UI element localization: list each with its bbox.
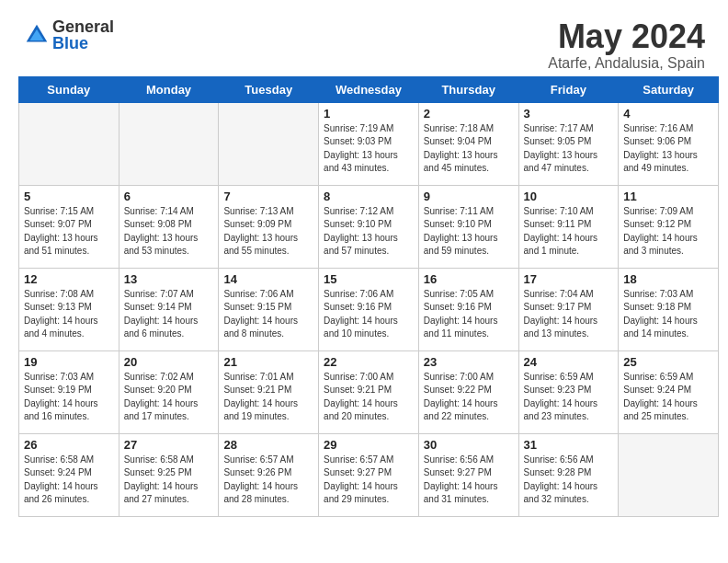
calendar-cell: 10Sunrise: 7:10 AM Sunset: 9:11 PM Dayli… xyxy=(518,185,619,268)
day-number: 28 xyxy=(223,438,313,452)
calendar-cell: 12Sunrise: 7:08 AM Sunset: 9:13 PM Dayli… xyxy=(19,268,119,350)
day-number: 19 xyxy=(24,355,114,369)
week-row-4: 19Sunrise: 7:03 AM Sunset: 9:19 PM Dayli… xyxy=(19,350,719,433)
column-header-wednesday: Wednesday xyxy=(319,76,419,102)
week-row-1: 1Sunrise: 7:19 AM Sunset: 9:03 PM Daylig… xyxy=(19,102,719,185)
day-number: 24 xyxy=(524,355,614,369)
day-number: 3 xyxy=(524,107,614,121)
day-info: Sunrise: 7:09 AM Sunset: 9:12 PM Dayligh… xyxy=(623,205,713,259)
day-number: 23 xyxy=(424,355,514,369)
calendar-cell: 20Sunrise: 7:02 AM Sunset: 9:20 PM Dayli… xyxy=(119,350,219,433)
calendar-cell: 29Sunrise: 6:57 AM Sunset: 9:27 PM Dayli… xyxy=(319,433,419,516)
day-number: 13 xyxy=(124,272,214,286)
day-number: 4 xyxy=(623,107,713,121)
title-section: May 2024 Atarfe, Andalusia, Spain xyxy=(548,18,705,72)
day-number: 14 xyxy=(223,272,313,286)
calendar-cell: 9Sunrise: 7:11 AM Sunset: 9:10 PM Daylig… xyxy=(418,185,518,268)
day-number: 22 xyxy=(324,355,414,369)
calendar-cell: 28Sunrise: 6:57 AM Sunset: 9:26 PM Dayli… xyxy=(219,433,319,516)
day-info: Sunrise: 7:06 AM Sunset: 9:15 PM Dayligh… xyxy=(223,288,313,341)
day-number: 15 xyxy=(324,272,414,286)
day-number: 31 xyxy=(524,438,614,452)
day-info: Sunrise: 7:17 AM Sunset: 9:05 PM Dayligh… xyxy=(524,122,614,176)
day-number: 16 xyxy=(424,272,514,286)
day-info: Sunrise: 7:12 AM Sunset: 9:10 PM Dayligh… xyxy=(324,205,414,259)
logo-icon xyxy=(23,21,51,49)
day-number: 29 xyxy=(324,438,414,452)
day-info: Sunrise: 7:06 AM Sunset: 9:16 PM Dayligh… xyxy=(324,288,414,341)
day-info: Sunrise: 7:03 AM Sunset: 9:18 PM Dayligh… xyxy=(623,288,713,341)
day-info: Sunrise: 6:56 AM Sunset: 9:28 PM Dayligh… xyxy=(524,454,614,507)
day-number: 17 xyxy=(524,272,614,286)
calendar-cell: 13Sunrise: 7:07 AM Sunset: 9:14 PM Dayli… xyxy=(119,268,219,350)
day-info: Sunrise: 7:00 AM Sunset: 9:22 PM Dayligh… xyxy=(424,371,514,424)
week-row-5: 26Sunrise: 6:58 AM Sunset: 9:24 PM Dayli… xyxy=(19,433,719,516)
column-header-sunday: Sunday xyxy=(19,76,119,102)
calendar-cell: 22Sunrise: 7:00 AM Sunset: 9:21 PM Dayli… xyxy=(319,350,419,433)
day-info: Sunrise: 7:11 AM Sunset: 9:10 PM Dayligh… xyxy=(424,205,514,259)
calendar-cell: 30Sunrise: 6:56 AM Sunset: 9:27 PM Dayli… xyxy=(418,433,518,516)
day-info: Sunrise: 7:13 AM Sunset: 9:09 PM Dayligh… xyxy=(223,205,313,259)
day-info: Sunrise: 6:57 AM Sunset: 9:27 PM Dayligh… xyxy=(324,454,414,507)
logo-general-text: General xyxy=(52,18,114,35)
day-number: 26 xyxy=(24,438,114,452)
calendar-cell: 17Sunrise: 7:04 AM Sunset: 9:17 PM Dayli… xyxy=(518,268,619,350)
day-number: 11 xyxy=(623,190,713,203)
calendar-wrapper: SundayMondayTuesdayWednesdayThursdayFrid… xyxy=(9,76,719,517)
calendar-cell: 25Sunrise: 6:59 AM Sunset: 9:24 PM Dayli… xyxy=(619,350,719,433)
calendar-cell xyxy=(119,102,219,185)
week-row-2: 5Sunrise: 7:15 AM Sunset: 9:07 PM Daylig… xyxy=(19,185,719,268)
day-info: Sunrise: 6:59 AM Sunset: 9:24 PM Dayligh… xyxy=(623,371,713,424)
day-info: Sunrise: 6:58 AM Sunset: 9:25 PM Dayligh… xyxy=(124,454,214,507)
calendar-cell: 19Sunrise: 7:03 AM Sunset: 9:19 PM Dayli… xyxy=(19,350,119,433)
calendar-cell: 5Sunrise: 7:15 AM Sunset: 9:07 PM Daylig… xyxy=(19,185,119,268)
day-info: Sunrise: 7:03 AM Sunset: 9:19 PM Dayligh… xyxy=(24,371,114,424)
calendar-cell: 2Sunrise: 7:18 AM Sunset: 9:04 PM Daylig… xyxy=(418,102,518,185)
day-number: 25 xyxy=(623,355,713,369)
calendar-cell: 3Sunrise: 7:17 AM Sunset: 9:05 PM Daylig… xyxy=(518,102,619,185)
day-info: Sunrise: 6:59 AM Sunset: 9:23 PM Dayligh… xyxy=(524,371,614,424)
calendar-cell: 4Sunrise: 7:16 AM Sunset: 9:06 PM Daylig… xyxy=(619,102,719,185)
header-row: SundayMondayTuesdayWednesdayThursdayFrid… xyxy=(19,76,719,102)
logo: General Blue xyxy=(23,18,114,52)
calendar-cell: 27Sunrise: 6:58 AM Sunset: 9:25 PM Dayli… xyxy=(119,433,219,516)
day-number: 18 xyxy=(623,272,713,286)
calendar-cell: 26Sunrise: 6:58 AM Sunset: 9:24 PM Dayli… xyxy=(19,433,119,516)
calendar-cell: 6Sunrise: 7:14 AM Sunset: 9:08 PM Daylig… xyxy=(119,185,219,268)
calendar-cell: 23Sunrise: 7:00 AM Sunset: 9:22 PM Dayli… xyxy=(418,350,518,433)
day-info: Sunrise: 6:57 AM Sunset: 9:26 PM Dayligh… xyxy=(223,454,313,507)
logo-blue-text: Blue xyxy=(52,35,114,52)
calendar-cell: 21Sunrise: 7:01 AM Sunset: 9:21 PM Dayli… xyxy=(219,350,319,433)
calendar-cell xyxy=(19,102,119,185)
day-number: 9 xyxy=(424,190,514,203)
day-number: 8 xyxy=(324,190,414,203)
calendar-table: SundayMondayTuesdayWednesdayThursdayFrid… xyxy=(18,76,719,517)
column-header-friday: Friday xyxy=(518,76,619,102)
day-info: Sunrise: 7:15 AM Sunset: 9:07 PM Dayligh… xyxy=(24,205,114,259)
day-info: Sunrise: 7:00 AM Sunset: 9:21 PM Dayligh… xyxy=(324,371,414,424)
day-info: Sunrise: 7:10 AM Sunset: 9:11 PM Dayligh… xyxy=(524,205,614,259)
day-number: 2 xyxy=(424,107,514,121)
location-title: Atarfe, Andalusia, Spain xyxy=(548,55,705,72)
day-info: Sunrise: 7:04 AM Sunset: 9:17 PM Dayligh… xyxy=(524,288,614,341)
day-number: 27 xyxy=(124,438,214,452)
day-number: 1 xyxy=(324,107,414,121)
page-header: General Blue May 2024 Atarfe, Andalusia,… xyxy=(9,9,719,76)
day-number: 6 xyxy=(124,190,214,203)
day-number: 21 xyxy=(223,355,313,369)
day-info: Sunrise: 7:05 AM Sunset: 9:16 PM Dayligh… xyxy=(424,288,514,341)
column-header-saturday: Saturday xyxy=(619,76,719,102)
day-info: Sunrise: 7:16 AM Sunset: 9:06 PM Dayligh… xyxy=(623,122,713,176)
day-number: 10 xyxy=(524,190,614,203)
week-row-3: 12Sunrise: 7:08 AM Sunset: 9:13 PM Dayli… xyxy=(19,268,719,350)
calendar-cell: 1Sunrise: 7:19 AM Sunset: 9:03 PM Daylig… xyxy=(319,102,419,185)
day-info: Sunrise: 7:14 AM Sunset: 9:08 PM Dayligh… xyxy=(124,205,214,259)
calendar-cell xyxy=(619,433,719,516)
calendar-cell: 16Sunrise: 7:05 AM Sunset: 9:16 PM Dayli… xyxy=(418,268,518,350)
logo-text: General Blue xyxy=(52,18,114,52)
day-info: Sunrise: 6:56 AM Sunset: 9:27 PM Dayligh… xyxy=(424,454,514,507)
day-number: 5 xyxy=(24,190,114,203)
day-info: Sunrise: 7:02 AM Sunset: 9:20 PM Dayligh… xyxy=(124,371,214,424)
day-info: Sunrise: 7:18 AM Sunset: 9:04 PM Dayligh… xyxy=(424,122,514,176)
calendar-cell: 31Sunrise: 6:56 AM Sunset: 9:28 PM Dayli… xyxy=(518,433,619,516)
